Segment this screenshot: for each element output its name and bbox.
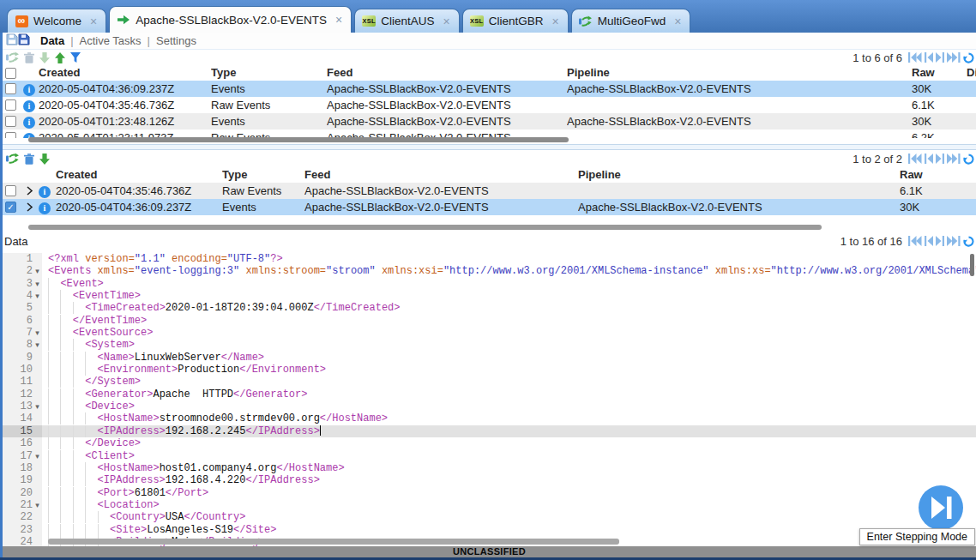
line-number-gutter[interactable]: 5 [3,302,42,314]
table-row[interactable]: i2020-05-04T04:36:09.237ZEventsApache-SS… [3,81,976,97]
fold-toggle-icon[interactable] [33,462,42,474]
code-line-19[interactable]: 19 <IPAddress>192.168.4.220</IPAddress> [3,474,976,486]
tab-close-icon[interactable]: × [335,13,342,27]
xml-data-editor[interactable]: 1<?xml version="1.1" encoding="UTF-8"?>2… [3,250,976,546]
process-icon[interactable] [579,15,592,27]
line-number-gutter[interactable]: 10 [3,364,42,376]
tab-clientaus[interactable]: XSLClientAUS× [354,9,459,33]
code-line-21[interactable]: 21▾ <Location> [3,499,976,511]
stream-list-hscrollbar[interactable] [3,136,976,143]
line-number-gutter[interactable]: 23 [3,524,42,536]
page-next-icon[interactable] [936,236,944,246]
code-line-5[interactable]: 5 <TimeCreated>2020-01-18T20:39:04.000Z<… [3,302,976,314]
row-checkbox[interactable] [5,116,16,127]
page-last-icon[interactable] [947,52,961,63]
fold-toggle-icon[interactable]: ▾ [33,327,42,339]
line-number-gutter[interactable]: 18 [3,462,42,474]
code-line-15[interactable]: 15 <IPAddress>192.168.2.245</IPAddress> [3,425,976,437]
info-icon[interactable]: i [39,202,51,214]
filter-icon[interactable] [70,52,81,63]
fold-toggle-icon[interactable]: ▾ [33,450,42,462]
code-line-6[interactable]: 6 </EventTime> [3,315,976,327]
line-number-gutter[interactable]: 22 [3,511,42,523]
delete-icon[interactable] [24,154,34,165]
fold-toggle-icon[interactable] [33,302,42,314]
fold-toggle-icon[interactable] [33,474,42,486]
line-number-gutter[interactable]: 21▾ [3,499,42,511]
page-next-icon[interactable] [936,52,944,63]
refresh-icon[interactable] [963,52,974,63]
expander-icon[interactable] [27,186,33,196]
info-icon[interactable]: i [23,84,35,96]
code-line-8[interactable]: 8▾ <System> [3,339,976,351]
row-checkbox[interactable] [5,99,16,111]
code-line-12[interactable]: 12 <Generator>Apache HTTPD</Generator> [3,388,976,400]
process-icon[interactable] [6,51,19,63]
line-number-gutter[interactable]: 16 [3,437,42,449]
fold-toggle-icon[interactable]: ▾ [33,499,42,511]
code-line-4[interactable]: 4▾ <EventTime> [3,290,976,302]
table-row[interactable]: ✓i2020-05-04T04:36:09.237ZEventsApache-S… [3,199,976,215]
tab-close-icon[interactable]: × [90,15,97,28]
row-checkbox[interactable]: ✓ [5,202,16,213]
line-number-gutter[interactable]: 20 [3,487,42,499]
fold-toggle-icon[interactable]: ▾ [33,265,42,277]
move-up-icon[interactable] [55,52,65,63]
line-number-gutter[interactable]: 4▾ [3,290,42,302]
fold-toggle-icon[interactable] [33,253,42,265]
select-all-checkbox[interactable] [5,68,16,79]
page-first-icon[interactable] [908,154,922,164]
page-prev-icon[interactable] [925,52,933,63]
page-prev-icon[interactable] [925,236,933,246]
code-line-3[interactable]: 3▾ <Event> [3,278,976,290]
page-first-icon[interactable] [908,52,922,63]
fold-toggle-icon[interactable] [33,315,42,327]
line-number-gutter[interactable]: 1 [3,253,42,265]
line-number-gutter[interactable]: 19 [3,474,42,486]
fold-toggle-icon[interactable] [33,376,42,388]
move-down-icon[interactable] [39,52,50,63]
tab-apache-sslblackbox-v2-0-events[interactable]: Apache-SSLBlackBox-V2.0-EVENTS× [109,6,352,33]
save-icon[interactable] [6,33,18,45]
code-line-1[interactable]: 1<?xml version="1.1" encoding="UTF-8"?> [3,253,976,265]
fold-toggle-icon[interactable] [33,352,42,364]
save-all-icon[interactable] [18,33,30,45]
line-number-gutter[interactable]: 12 [3,388,42,400]
code-line-2[interactable]: 2▾<Events xmlns="event-logging:3" xmlns:… [3,265,976,277]
fold-toggle-icon[interactable] [33,412,42,425]
tab-close-icon[interactable]: × [674,15,681,28]
code-line-18[interactable]: 18 <HostName>host01.company4.org</HostNa… [3,462,976,474]
code-line-7[interactable]: 7▾ <EventSource> [3,327,976,339]
fold-toggle-icon[interactable]: ▾ [33,278,42,290]
info-icon[interactable]: i [23,117,35,129]
event-list-hscrollbar[interactable] [3,224,976,231]
code-line-16[interactable]: 16 </Device> [3,437,976,449]
fold-toggle-icon[interactable] [33,511,42,523]
editor-hscrollbar[interactable] [3,539,976,545]
page-first-icon[interactable] [908,236,922,246]
expander-icon[interactable] [27,202,33,212]
line-number-gutter[interactable]: 13▾ [3,400,42,412]
line-number-gutter[interactable]: 6 [3,315,42,327]
page-prev-icon[interactable] [925,154,933,164]
line-number-gutter[interactable]: 14 [3,412,42,425]
refresh-icon[interactable] [963,154,974,165]
tab-clientgbr[interactable]: XSLClientGBR× [462,9,569,33]
process-icon[interactable] [6,153,19,165]
line-number-gutter[interactable]: 8▾ [3,339,42,351]
line-number-gutter[interactable]: 9 [3,352,42,364]
code-line-20[interactable]: 20 <Port>61801</Port> [3,487,976,499]
menu-item-settings[interactable]: Settings [156,34,196,47]
tab-multigeofwd[interactable]: MultiGeoFwd× [571,9,691,33]
line-number-gutter[interactable]: 3▾ [3,278,42,290]
code-line-13[interactable]: 13▾ <Device> [3,400,976,412]
move-down-icon[interactable] [39,154,50,165]
fold-toggle-icon[interactable] [33,524,42,536]
line-number-gutter[interactable]: 15 [3,425,42,437]
code-line-22[interactable]: 22 <Country>USA</Country> [3,511,976,523]
menu-item-data[interactable]: Data [40,34,64,47]
fold-toggle-icon[interactable] [33,487,42,499]
page-next-icon[interactable] [936,154,944,164]
fold-toggle-icon[interactable] [33,425,42,437]
fold-toggle-icon[interactable]: ▾ [33,400,42,412]
